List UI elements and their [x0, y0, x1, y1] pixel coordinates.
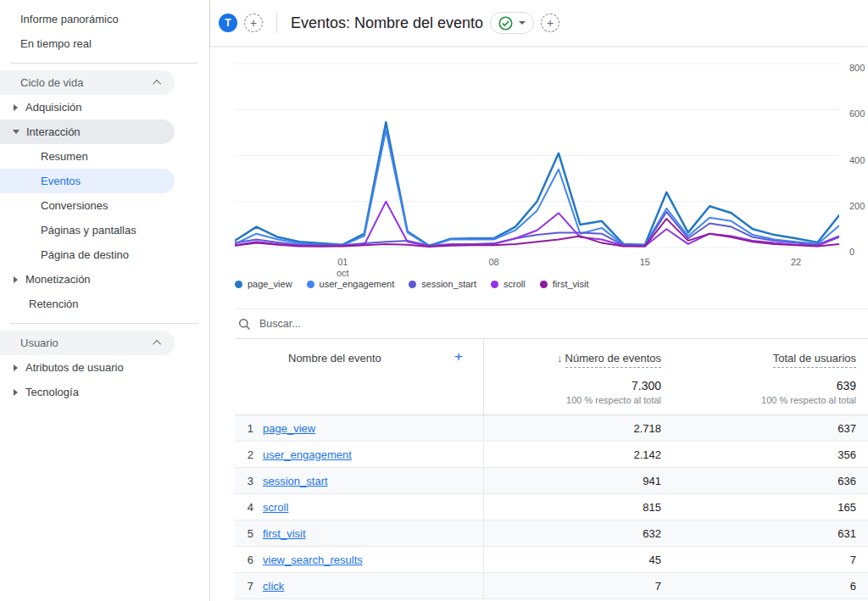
- comparison-chip[interactable]: T: [219, 14, 237, 32]
- sidebar-item-paginas-y-pantallas[interactable]: Páginas y pantallas: [0, 218, 175, 242]
- column-header-event-count[interactable]: ↓Número de eventos 7.300 100 % respecto …: [483, 339, 670, 415]
- sidebar-item-interaccion[interactable]: Interacción: [0, 120, 175, 144]
- sidebar-item-ciclo-de-vida[interactable]: Ciclo de vida: [0, 70, 175, 95]
- legend-item-scroll: scroll: [491, 279, 526, 289]
- x-axis: 01oct081522: [235, 254, 839, 276]
- row-number: 4: [235, 501, 253, 514]
- sidebar-item-atributos-de-usuario[interactable]: Atributos de usuario: [0, 355, 175, 380]
- sidebar-item-label: Adquisición: [25, 101, 82, 114]
- events-table: Nombre del evento + ↓Número de eventos 7…: [235, 339, 868, 599]
- sidebar-item-monetizacion[interactable]: Monetización: [0, 267, 175, 292]
- chevron-right-icon: [14, 389, 18, 396]
- add-metric-button[interactable]: +: [541, 14, 559, 32]
- event-link-first_visit[interactable]: first_visit: [263, 527, 306, 540]
- page-title: Eventos: Nombre del evento: [291, 14, 483, 32]
- sidebar-item-label: Página de destino: [41, 248, 129, 261]
- legend-dot: [307, 281, 314, 288]
- table-row: 4scroll815165: [235, 494, 868, 520]
- row-number: 6: [235, 554, 253, 566]
- chevron-right-icon: [14, 364, 18, 371]
- sidebar-item-resumen[interactable]: Resumen: [0, 144, 175, 169]
- check-circle-icon: [498, 16, 513, 31]
- total-users-cell: 165: [670, 501, 868, 514]
- column-header-event-name[interactable]: Nombre del evento +: [235, 339, 483, 415]
- sidebar-item-label: Monetización: [25, 273, 91, 286]
- event-link-view_search_results[interactable]: view_search_results: [263, 554, 363, 566]
- row-number: 3: [235, 475, 253, 487]
- chevron-down-icon: [13, 130, 19, 134]
- legend-item-first_visit: first_visit: [540, 279, 589, 289]
- sidebar-item-en-tiempo-real[interactable]: En tiempo real: [0, 31, 175, 56]
- event-name-cell: 5first_visit: [235, 520, 483, 546]
- sidebar-item-label: Usuario: [20, 337, 58, 349]
- y-axis-label: 600: [849, 109, 865, 119]
- event-count-cell: 7: [483, 573, 670, 598]
- add-comparison-button[interactable]: +: [244, 14, 263, 32]
- column-label: Total de usuarios: [773, 352, 856, 368]
- y-axis: 8006004002000: [839, 51, 868, 254]
- total-users-cell: 631: [670, 527, 868, 540]
- total-users-cell: 6: [670, 580, 868, 593]
- y-axis-label: 0: [849, 247, 854, 257]
- total-users-cell: 636: [670, 475, 868, 487]
- report-header: T + Eventos: Nombre del evento +: [210, 0, 868, 46]
- legend-dot: [491, 281, 498, 288]
- events-total: 7.300: [484, 379, 661, 392]
- sidebar-item-usuario[interactable]: Usuario: [0, 331, 175, 355]
- sidebar-item-tecnologia[interactable]: Tecnología: [0, 380, 175, 404]
- x-axis-label: 22: [791, 257, 801, 268]
- chart-legend: page_viewuser_engagementsession_startscr…: [235, 276, 868, 292]
- sidebar-item-label: Ciclo de vida: [20, 76, 83, 89]
- event-link-scroll[interactable]: scroll: [263, 501, 288, 514]
- table-row: 6view_search_results457: [235, 547, 868, 573]
- sidebar-item-adquisicion[interactable]: Adquisición: [0, 95, 175, 120]
- event-count-cell: 2.142: [483, 442, 670, 467]
- series-line-scroll: [235, 202, 839, 247]
- legend-label: first_visit: [553, 279, 589, 289]
- events-line-chart: [235, 51, 839, 254]
- sidebar-item-label: Resumen: [41, 150, 88, 163]
- events-total-caption: 100 % respecto al total: [484, 395, 661, 405]
- dimension-validity-dropdown[interactable]: [490, 12, 534, 34]
- sidebar-item-eventos[interactable]: Eventos: [0, 169, 175, 193]
- add-column-button[interactable]: +: [454, 348, 463, 365]
- app-root: Informe panorámicoEn tiempo realCiclo de…: [0, 0, 868, 601]
- sidebar-item-label: Interacción: [26, 125, 81, 138]
- total-users-cell: 7: [670, 554, 868, 566]
- event-link-session_start[interactable]: session_start: [263, 475, 328, 487]
- legend-label: page_view: [248, 279, 292, 289]
- header-divider: [276, 13, 277, 33]
- legend-dot: [235, 281, 242, 288]
- table-row: 2user_engagement2.142356: [235, 442, 868, 468]
- search-input[interactable]: [259, 318, 615, 330]
- sidebar-item-pagina-de-destino[interactable]: Página de destino: [0, 242, 175, 267]
- event-count-cell: 815: [483, 494, 670, 520]
- sidebar-item-label: Atributos de usuario: [25, 361, 124, 374]
- x-axis-label: 08: [488, 257, 498, 268]
- x-axis-label: 15: [640, 257, 650, 268]
- sidebar-item-informe-panoramico[interactable]: Informe panorámico: [0, 7, 175, 31]
- table-search: [235, 309, 868, 339]
- legend-item-user_engagement: user_engagement: [307, 279, 395, 289]
- row-number: 2: [235, 448, 253, 461]
- table-row: 5first_visit632631: [235, 520, 868, 547]
- event-name-cell: 6view_search_results: [235, 547, 483, 572]
- event-link-user_engagement[interactable]: user_engagement: [263, 448, 352, 461]
- event-count-cell: 45: [483, 547, 670, 572]
- sidebar-item-conversiones[interactable]: Conversiones: [0, 193, 175, 218]
- sidebar-item-label: Retención: [29, 298, 79, 310]
- event-count-cell: 941: [483, 468, 670, 493]
- users-total-caption: 100 % respecto al total: [670, 395, 856, 405]
- row-number: 1: [235, 422, 253, 435]
- sidebar-item-label: Informe panorámico: [20, 13, 119, 25]
- column-header-total-users[interactable]: Total de usuarios 639 100 % respecto al …: [670, 339, 868, 415]
- sidebar-item-label: En tiempo real: [20, 37, 92, 50]
- event-link-page_view[interactable]: page_view: [263, 422, 315, 435]
- column-label: Número de eventos: [565, 352, 661, 368]
- event-link-click[interactable]: click: [263, 580, 284, 593]
- event-count-cell: 632: [483, 520, 670, 546]
- chevron-right-icon: [14, 276, 18, 283]
- sidebar-item-retencion[interactable]: Retención: [0, 292, 175, 316]
- series-line-page_view: [235, 122, 839, 246]
- chevron-down-icon: [519, 21, 526, 25]
